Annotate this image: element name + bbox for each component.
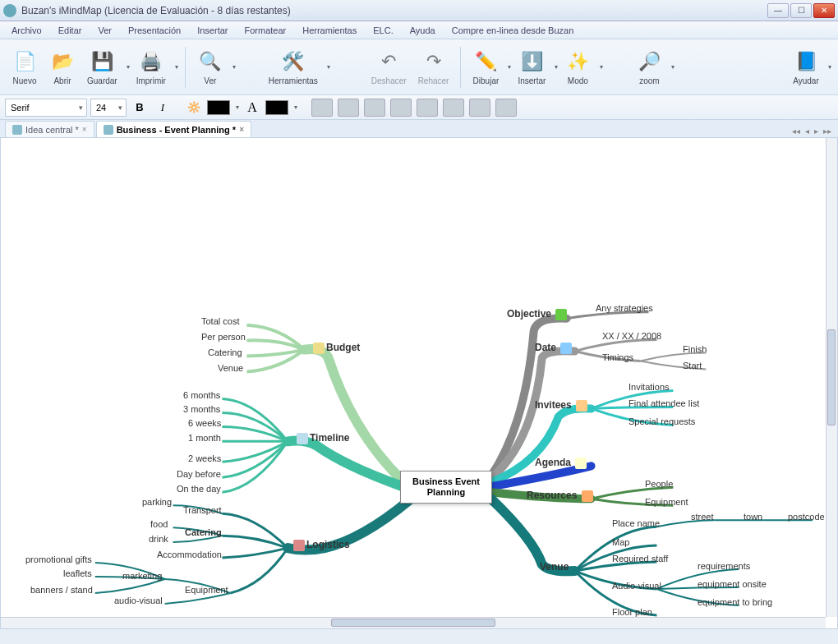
deshacer-button[interactable]: ↶Deshacer [366, 47, 412, 87]
chevron-down-icon[interactable]: ▾ [671, 63, 675, 71]
node[interactable]: 3 months [183, 404, 220, 414]
tab-nav-last[interactable]: ▸▸ [822, 125, 833, 137]
guardar-button[interactable]: 💾Guardar [82, 47, 122, 87]
node[interactable]: Equipment [185, 585, 228, 595]
node[interactable]: banners / stand [30, 585, 93, 595]
node[interactable]: postcode [788, 512, 825, 522]
node[interactable]: Finish [683, 344, 707, 354]
imprimir-button[interactable]: 🖨️Imprimir [131, 47, 171, 87]
node[interactable]: promotional gifts [25, 554, 92, 564]
chevron-down-icon[interactable]: ▾ [555, 63, 558, 71]
menu-insertar[interactable]: Insertar [191, 23, 234, 38]
tab-business-event[interactable]: Business - Event Planning *× [96, 121, 251, 137]
chevron-down-icon[interactable]: ▾ [327, 63, 330, 71]
node[interactable]: Total cost [201, 316, 239, 326]
tab-idea-central[interactable]: Idea central *× [5, 121, 94, 137]
chevron-down-icon[interactable]: ▾ [828, 63, 831, 71]
menu-elc[interactable]: ELC. [366, 23, 399, 38]
herramientas-button[interactable]: 🛠️Herramientas [264, 47, 323, 87]
node[interactable]: parking [142, 497, 172, 507]
insertar-button[interactable]: ⬇️Insertar [513, 47, 550, 87]
node[interactable]: Venue [218, 363, 243, 373]
branch-date[interactable]: Date [535, 342, 573, 354]
branch-budget[interactable]: Budget [311, 342, 360, 354]
node[interactable]: Audio-visual [612, 581, 661, 591]
branch-invitees[interactable]: Invitees [535, 399, 589, 412]
node[interactable]: Transport [183, 505, 222, 515]
nuevo-button[interactable]: 📄Nuevo [7, 47, 43, 87]
node[interactable]: Final attendee list [628, 398, 699, 408]
close-icon[interactable]: × [82, 125, 87, 134]
node[interactable]: Map [612, 537, 629, 547]
node[interactable]: equipment onsite [698, 579, 767, 589]
branch-resources[interactable]: Resources [527, 490, 595, 502]
node[interactable]: Equipment [645, 497, 688, 507]
node[interactable]: Special requests [628, 416, 695, 426]
abrir-button[interactable]: 📂Abrir [44, 47, 81, 87]
node[interactable]: XX / XX / 2008 [602, 331, 661, 341]
tab-nav-next[interactable]: ▸ [813, 125, 820, 137]
font-family-select[interactable]: Serif [5, 99, 87, 117]
horizontal-scrollbar[interactable] [1, 617, 826, 628]
node[interactable]: Start [683, 361, 702, 370]
dibujar-button[interactable]: ✏️Dibujar [467, 47, 504, 87]
node[interactable]: requirements [698, 561, 750, 571]
close-icon[interactable]: × [239, 125, 244, 134]
vertical-scrollbar[interactable] [826, 138, 837, 617]
node[interactable]: 6 months [183, 390, 220, 400]
menu-ver[interactable]: Ver [91, 23, 118, 38]
scroll-thumb[interactable] [331, 619, 496, 627]
chevron-down-icon[interactable]: ▾ [175, 63, 178, 71]
maximize-button[interactable]: ☐ [790, 3, 812, 18]
scroll-thumb[interactable] [827, 329, 836, 426]
menu-presentacion[interactable]: Presentación [122, 23, 187, 38]
chevron-down-icon[interactable]: ▾ [233, 63, 236, 71]
tab-nav-first[interactable]: ◂◂ [790, 125, 802, 137]
chevron-down-icon[interactable]: ▾ [508, 63, 511, 71]
highlight-button[interactable]: 🔆 [184, 99, 204, 117]
node[interactable]: People [645, 479, 673, 489]
node[interactable]: Per person [201, 332, 246, 342]
node[interactable]: Catering [185, 527, 222, 537]
mindmap-canvas[interactable]: Business Event Planning Budget Total cos… [1, 138, 837, 628]
branch-objective[interactable]: Objective [507, 308, 569, 320]
node[interactable]: 2 weeks [188, 453, 221, 463]
node[interactable]: On the day [177, 484, 221, 494]
chevron-down-icon[interactable]: ▾ [600, 63, 603, 71]
font-size-select[interactable]: 24 [90, 99, 127, 117]
node[interactable]: Place name [612, 518, 660, 528]
node[interactable]: Accommodation [157, 550, 222, 559]
bold-button[interactable]: B [130, 99, 150, 117]
ayudar-button[interactable]: 📘Ayudar [788, 47, 824, 87]
menu-editar[interactable]: Editar [52, 23, 89, 38]
node[interactable]: Required staff [612, 554, 668, 564]
chevron-down-icon[interactable]: ▾ [236, 104, 239, 111]
branch-agenda[interactable]: Agenda [535, 457, 588, 469]
chevron-down-icon[interactable]: ▾ [294, 104, 297, 111]
node[interactable]: drink [149, 534, 168, 544]
node[interactable]: audio-visual [114, 596, 163, 605]
node[interactable]: Invitations [628, 382, 670, 392]
font-button[interactable]: A [242, 99, 262, 117]
menu-archivo[interactable]: Archivo [5, 23, 48, 38]
node[interactable]: Timings [602, 352, 633, 362]
close-button[interactable]: ✕ [813, 3, 835, 18]
modo-button[interactable]: ✨Modo [559, 47, 596, 87]
node[interactable]: town [744, 512, 762, 522]
node[interactable]: 1 month [188, 433, 221, 443]
italic-button[interactable]: I [153, 99, 173, 117]
zoom-button[interactable]: 🔎zoom [631, 47, 667, 87]
node[interactable]: equipment to bring [698, 597, 772, 607]
minimize-button[interactable]: — [767, 3, 789, 18]
central-node[interactable]: Business Event Planning [400, 471, 492, 504]
chevron-down-icon[interactable]: ▾ [127, 63, 130, 71]
menu-compre[interactable]: Compre en-linea desde Buzan [445, 23, 581, 38]
branch-timeline[interactable]: Timeline [295, 432, 349, 444]
menu-ayuda[interactable]: Ayuda [403, 23, 442, 38]
rehacer-button[interactable]: ↷Rehacer [413, 47, 454, 87]
node[interactable]: leaflets [63, 568, 92, 578]
node[interactable]: Catering [208, 347, 242, 357]
node[interactable]: Floor plan [612, 607, 652, 617]
node[interactable]: Any strategies [596, 303, 653, 313]
tab-nav-prev[interactable]: ◂ [803, 125, 811, 137]
